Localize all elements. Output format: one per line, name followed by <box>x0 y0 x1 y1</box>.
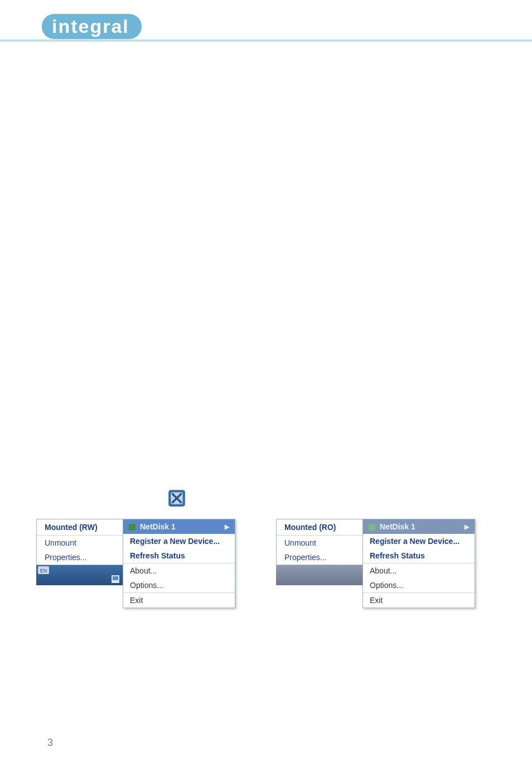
ro-unmount[interactable]: Unmount <box>277 536 363 550</box>
rw-device-label: NetDisk 1 <box>140 522 176 531</box>
rw-exit[interactable]: Exit <box>123 593 235 608</box>
ro-properties[interactable]: Properties... <box>277 550 363 565</box>
ro-refresh-status[interactable]: Refresh Status <box>363 548 475 563</box>
svg-rect-7 <box>113 576 118 580</box>
rw-options[interactable]: Options... <box>123 578 235 592</box>
rw-properties[interactable]: Properties... <box>37 550 123 565</box>
rw-context-menu-figure: Mounted (RW) Unmount Properties... EN Ne… <box>36 519 237 585</box>
chevron-right-icon: ▶ <box>225 523 229 531</box>
ro-device-entry[interactable]: NetDisk 1 ▶ <box>363 519 475 534</box>
device-status-icon <box>369 523 375 530</box>
ro-submenu: NetDisk 1 ▶ Register a New Device... Ref… <box>362 519 475 608</box>
header-rule <box>0 40 532 42</box>
ro-device-label: NetDisk 1 <box>380 522 415 531</box>
brand-logo: integral <box>42 25 142 35</box>
rw-submenu: NetDisk 1 ▶ Register a New Device... Ref… <box>123 519 235 608</box>
rw-about[interactable]: About... <box>123 563 235 578</box>
document-page: integral Mounted (RW) Unmount Properties… <box>0 0 532 771</box>
rw-register-device[interactable]: Register a New Device... <box>123 534 235 548</box>
rw-primary-menu: Mounted (RW) Unmount Properties... <box>36 519 124 565</box>
ro-exit[interactable]: Exit <box>363 593 475 608</box>
rw-unmount[interactable]: Unmount <box>37 536 123 550</box>
svg-rect-9 <box>369 524 375 531</box>
language-indicator-icon: EN <box>38 566 49 576</box>
ro-status-header: Mounted (RO) <box>277 519 363 536</box>
rw-status-header: Mounted (RW) <box>37 519 123 536</box>
page-header: integral <box>0 14 532 39</box>
ro-primary-menu: Mounted (RO) Unmount Properties... <box>276 519 364 565</box>
page-number: 3 <box>47 737 53 749</box>
device-status-icon <box>129 523 136 530</box>
ro-about[interactable]: About... <box>363 563 475 578</box>
rw-refresh-status[interactable]: Refresh Status <box>123 548 235 563</box>
ro-options[interactable]: Options... <box>363 578 475 592</box>
show-desktop-icon <box>112 575 119 583</box>
rw-taskbar-strip: EN <box>36 565 123 585</box>
svg-rect-8 <box>129 524 136 531</box>
ro-register-device[interactable]: Register a New Device... <box>363 534 475 548</box>
ro-taskbar-strip <box>276 565 362 585</box>
svg-text:EN: EN <box>40 568 47 574</box>
ro-context-menu-figure: Mounted (RO) Unmount Properties... NetDi… <box>276 519 477 585</box>
tray-app-icon <box>167 489 186 508</box>
brand-logo-text: integral <box>42 14 142 39</box>
rw-device-entry[interactable]: NetDisk 1 ▶ <box>123 519 235 534</box>
chevron-right-icon: ▶ <box>465 523 469 531</box>
